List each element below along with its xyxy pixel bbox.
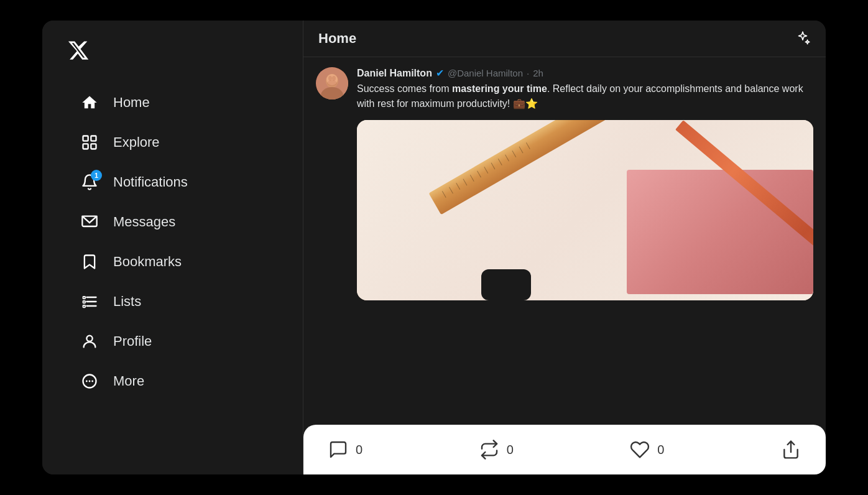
sidebar-item-more[interactable]: More: [55, 363, 290, 400]
main-header: Home: [303, 21, 826, 57]
more-icon: [80, 371, 99, 391]
svg-rect-2: [83, 144, 88, 149]
sidebar-item-label-profile: Profile: [113, 333, 152, 349]
sidebar-item-notifications[interactable]: 1 Notifications: [55, 164, 290, 201]
tweet-author-name: Daniel Hamilton: [357, 68, 432, 79]
tweet-image: [357, 120, 813, 300]
tweet-area: Daniel Hamilton ✔ @Daniel Hamilton · 2h …: [303, 57, 826, 474]
notification-badge: 1: [91, 170, 102, 181]
tweet-header: Daniel Hamilton ✔ @Daniel Hamilton · 2h: [357, 67, 813, 79]
sidebar: Home Explore 1 Not: [42, 21, 303, 474]
svg-point-22: [332, 76, 336, 81]
sparkle-button[interactable]: [795, 30, 811, 47]
svg-point-14: [89, 381, 91, 382]
sidebar-item-label-more: More: [113, 373, 144, 389]
tweet-image-visual: [357, 120, 813, 300]
sidebar-item-label-messages: Messages: [113, 214, 175, 230]
tweet-actions-bar: 0 0: [303, 425, 826, 474]
sidebar-item-home[interactable]: Home: [55, 84, 290, 121]
svg-rect-10: [83, 305, 86, 308]
x-logo[interactable]: [42, 33, 303, 76]
like-count: 0: [657, 443, 664, 457]
sidebar-item-label-home: Home: [113, 95, 150, 111]
svg-rect-0: [83, 136, 88, 141]
comment-count: 0: [356, 443, 362, 457]
retweet-count: 0: [507, 443, 514, 457]
sidebar-item-messages[interactable]: Messages: [55, 203, 290, 241]
profile-icon: [80, 331, 99, 351]
tweet: Daniel Hamilton ✔ @Daniel Hamilton · 2h …: [303, 57, 826, 310]
comment-action[interactable]: 0: [328, 440, 362, 460]
sidebar-item-lists[interactable]: Lists: [55, 283, 290, 320]
svg-point-21: [328, 76, 332, 81]
sidebar-item-label-bookmarks: Bookmarks: [113, 254, 182, 270]
avatar: [316, 67, 348, 99]
sidebar-item-label-lists: Lists: [113, 294, 141, 310]
sidebar-item-bookmarks[interactable]: Bookmarks: [55, 243, 290, 280]
comment-button[interactable]: [328, 440, 348, 460]
svg-rect-9: [83, 301, 86, 303]
retweet-button[interactable]: [479, 440, 499, 460]
sidebar-item-profile[interactable]: Profile: [55, 323, 290, 360]
explore-icon: [80, 132, 99, 152]
like-button[interactable]: [630, 440, 650, 460]
svg-point-11: [86, 336, 92, 341]
svg-rect-3: [91, 144, 96, 149]
notifications-icon: 1: [80, 172, 99, 192]
share-action[interactable]: [781, 440, 801, 460]
tweet-time-ago: 2h: [533, 68, 543, 78]
svg-point-15: [91, 381, 93, 382]
svg-point-13: [86, 381, 88, 382]
verified-icon: ✔: [436, 67, 444, 79]
sidebar-item-label-explore: Explore: [113, 134, 160, 150]
messages-icon: [80, 212, 99, 232]
svg-rect-8: [83, 297, 86, 299]
page-title: Home: [318, 30, 356, 47]
lists-icon: [80, 292, 99, 312]
app-window: Home Explore 1 Not: [42, 21, 826, 474]
sidebar-item-label-notifications: Notifications: [113, 174, 188, 190]
like-action[interactable]: 0: [630, 440, 664, 460]
phone: [481, 269, 531, 300]
home-icon: [80, 93, 99, 113]
svg-point-23: [327, 80, 337, 86]
bookmarks-icon: [80, 252, 99, 272]
tweet-text: Success comes from mastering your time. …: [357, 81, 813, 111]
main-content: Home: [303, 21, 826, 474]
tweet-time: ·: [527, 68, 529, 78]
tweet-handle: @Daniel Hamilton: [448, 68, 523, 78]
retweet-action[interactable]: 0: [479, 440, 514, 460]
svg-rect-1: [91, 136, 96, 141]
sidebar-item-explore[interactable]: Explore: [55, 124, 290, 161]
tweet-body: Daniel Hamilton ✔ @Daniel Hamilton · 2h …: [357, 67, 813, 300]
share-button[interactable]: [781, 440, 801, 460]
pink-notebook: [627, 170, 813, 294]
